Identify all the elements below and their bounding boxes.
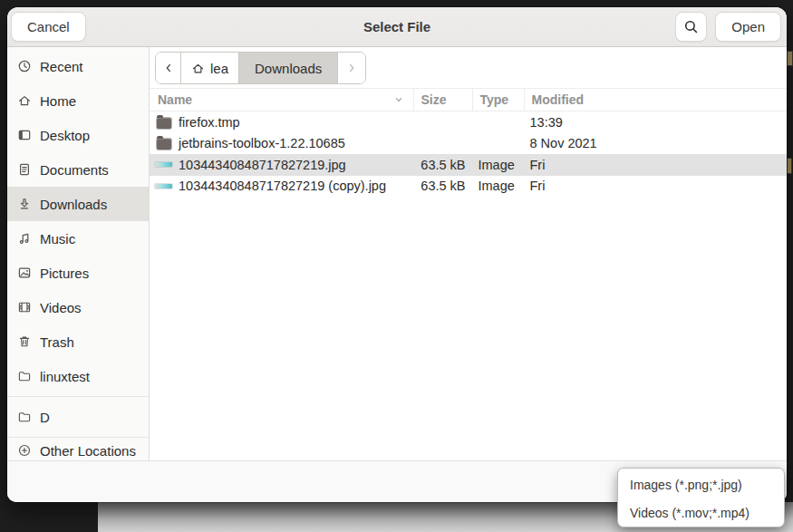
chevron-down-icon [392, 93, 405, 106]
picture-icon [17, 266, 32, 280]
file-filter-popup: Images (*.png;*.jpg) Videos (*.mov;*.mp4… [617, 468, 785, 527]
file-type: Image [471, 158, 523, 172]
image-thumbnail-icon [155, 162, 172, 167]
folder-icon [17, 410, 32, 424]
sidebar-item-label: Trash [40, 334, 74, 350]
home-icon [17, 93, 32, 108]
file-row[interactable]: jetbrains-toolbox-1.22.10685 8 Nov 2021 [150, 133, 787, 155]
forward-button[interactable] [338, 53, 365, 83]
file-modified: Fri [523, 158, 788, 172]
file-name: 10344340848717827219.jpg [179, 158, 346, 172]
places-sidebar: Recent Home Desktop [7, 47, 150, 460]
search-button[interactable] [675, 12, 707, 42]
file-chooser-dialog: Cancel Select File Open [7, 7, 787, 502]
document-icon [17, 162, 32, 177]
search-icon [683, 19, 699, 34]
file-name-cell: firefox.tmp [150, 115, 412, 130]
sidebar-item-recent[interactable]: Recent [7, 49, 149, 83]
sidebar-separator [7, 396, 149, 397]
file-name-cell: 10344340848717827219 (copy).jpg [150, 179, 412, 193]
file-modified: 13:39 [523, 115, 788, 130]
file-name: jetbrains-toolbox-1.22.10685 [179, 136, 345, 150]
chevron-right-icon [345, 62, 358, 74]
trash-icon [17, 334, 32, 349]
sidebar-item-documents[interactable]: Documents [7, 152, 149, 187]
column-header-name[interactable]: Name [150, 92, 413, 107]
file-name: firefox.tmp [179, 115, 240, 130]
column-label: Name [158, 92, 192, 107]
file-type: Image [471, 179, 523, 193]
list-column-headers: Name Size Type Modified [150, 88, 787, 111]
breadcrumb-home[interactable]: lea [181, 53, 239, 83]
breadcrumb-home-label: lea [210, 61, 228, 76]
file-row[interactable]: 10344340848717827219 (copy).jpg 63.5 kB … [150, 176, 787, 198]
column-header-size[interactable]: Size [413, 89, 472, 111]
dialog-title: Select File [7, 19, 787, 34]
file-name: 10344340848717827219 (copy).jpg [179, 179, 386, 193]
sidebar-item-linuxtest[interactable]: linuxtest [7, 359, 149, 393]
sidebar-item-pictures[interactable]: Pictures [7, 256, 149, 290]
plus-circle-icon [17, 443, 32, 458]
filter-option-videos[interactable]: Videos (*.mov;*.mp4) [618, 498, 784, 527]
background-artifact [787, 158, 792, 174]
film-icon [17, 300, 32, 314]
filter-option-images[interactable]: Images (*.png;*.jpg) [618, 470, 784, 498]
sidebar-item-other-locations[interactable]: Other Locations [7, 440, 149, 460]
open-button[interactable]: Open [715, 12, 781, 42]
file-modified: 8 Nov 2021 [523, 136, 788, 150]
file-name-cell: jetbrains-toolbox-1.22.10685 [150, 136, 412, 150]
file-size: 63.5 kB [412, 179, 471, 193]
column-header-modified[interactable]: Modified [524, 89, 788, 111]
cancel-button[interactable]: Cancel [11, 12, 86, 42]
sidebar-item-label: Downloads [40, 197, 107, 212]
image-thumbnail-icon [155, 184, 172, 189]
column-header-type[interactable]: Type [472, 89, 524, 111]
sidebar-item-trash[interactable]: Trash [7, 324, 149, 359]
sidebar-item-label: Documents [40, 162, 109, 178]
download-icon [17, 197, 32, 211]
file-browser: lea Downloads Name [150, 47, 787, 460]
background-artifact [787, 51, 793, 66]
sidebar-item-label: Recent [40, 59, 83, 74]
folder-icon [157, 118, 171, 129]
sidebar-item-label: Other Locations [40, 443, 136, 459]
sidebar-item-downloads[interactable]: Downloads [7, 187, 149, 221]
sidebar-item-home[interactable]: Home [7, 83, 149, 118]
sidebar-item-d[interactable]: D [7, 400, 149, 434]
file-modified: Fri [523, 179, 788, 193]
sidebar-item-music[interactable]: Music [7, 221, 149, 256]
music-note-icon [17, 231, 32, 246]
sidebar-item-label: D [40, 410, 50, 425]
file-row[interactable]: firefox.tmp 13:39 [150, 111, 787, 133]
home-icon [191, 62, 205, 75]
sidebar-item-label: Music [40, 231, 75, 247]
headerbar: Cancel Select File Open [7, 7, 787, 47]
folder-icon [17, 369, 32, 383]
sidebar-item-label: Videos [40, 300, 82, 315]
sidebar-item-label: Pictures [40, 266, 89, 281]
back-button[interactable] [156, 53, 181, 83]
sidebar-item-label: Desktop [40, 128, 90, 143]
pathbar-row: lea Downloads [150, 47, 787, 88]
sidebar-item-label: linuxtest [40, 369, 90, 384]
file-size: 63.5 kB [412, 158, 471, 172]
sidebar-item-desktop[interactable]: Desktop [7, 118, 149, 152]
folder-icon [157, 139, 171, 150]
sidebar-item-label: Home [40, 93, 76, 109]
headerbar-actions: Open [675, 12, 781, 42]
file-name-cell: 10344340848717827219.jpg [150, 158, 412, 172]
breadcrumb: lea Downloads [155, 52, 366, 84]
sidebar-item-videos[interactable]: Videos [7, 290, 149, 324]
dialog-content: Recent Home Desktop [7, 47, 787, 460]
clock-icon [17, 59, 32, 73]
sidebar-separator [7, 437, 149, 438]
breadcrumb-current[interactable]: Downloads [239, 53, 338, 83]
file-row-selected[interactable]: 10344340848717827219.jpg 63.5 kB Image F… [150, 154, 787, 176]
chevron-left-icon [162, 62, 175, 74]
desktop-icon [17, 128, 32, 142]
